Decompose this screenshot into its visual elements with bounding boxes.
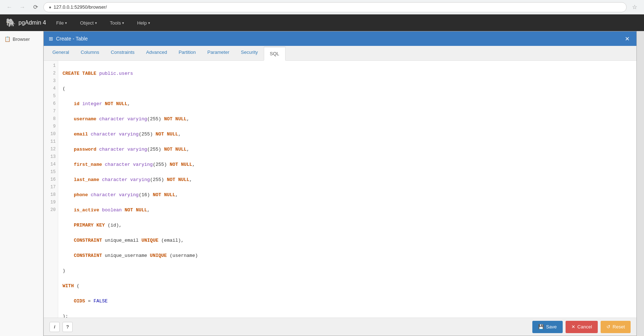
main-layout: 📋 Browser ⊞ Create - Table ✕ General Col… [0,31,644,336]
sidebar: 📋 Browser [0,31,43,336]
tab-partition[interactable]: Partition [173,46,202,61]
line-numbers: 12345 678910 1112131415 1617181920 [44,61,58,318]
pgadmin-title: pgAdmin 4 [18,20,46,26]
tabs-bar: General Columns Constraints Advanced Par… [44,46,636,61]
elephant-icon: 🐘 [6,18,16,27]
reload-button[interactable]: ⟳ [30,2,40,12]
address-bar[interactable]: ● 127.0.0.1:52950/browser/ [43,2,627,12]
chevron-down-icon: ▾ [95,21,97,25]
chevron-down-icon: ▾ [122,21,124,25]
info-button[interactable]: i [50,322,60,332]
pgadmin-menubar: 🐘 pgAdmin 4 File ▾ Object ▾ Tools ▾ Help… [0,14,644,31]
dialog-footer: i ? 💾 Save ✕ Cancel ↺ Reset [44,318,636,336]
menu-object[interactable]: Object ▾ [77,19,100,27]
dialog-close-button[interactable]: ✕ [623,34,631,43]
sidebar-header: 📋 Browser [0,34,43,44]
save-button[interactable]: 💾 Save [532,321,563,333]
table-icon: ⊞ [49,36,53,42]
browser-chrome-bar: ← → ⟳ ● 127.0.0.1:52950/browser/ ☆ [0,0,644,14]
help-button[interactable]: ? [63,322,73,332]
reset-icon: ↺ [606,324,610,329]
sidebar-label: Browser [13,36,30,42]
create-table-dialog: ⊞ Create - Table ✕ General Columns Const… [43,31,637,336]
code-content: CREATE TABLE public.users ( id integer N… [58,61,636,318]
dialog-header: ⊞ Create - Table ✕ [44,31,636,46]
menu-file[interactable]: File ▾ [53,19,70,27]
tab-constraints[interactable]: Constraints [105,46,141,61]
cancel-button[interactable]: ✕ Cancel [566,321,598,333]
tab-columns[interactable]: Columns [75,46,105,61]
menu-tools[interactable]: Tools ▾ [107,19,127,27]
tab-advanced[interactable]: Advanced [140,46,173,61]
chevron-down-icon: ▾ [148,21,150,25]
menu-help[interactable]: Help ▾ [134,19,153,27]
dialog-title: Create - Table [56,36,620,42]
tab-security[interactable]: Security [235,46,264,61]
save-icon: 💾 [538,324,544,329]
browser-icon: 📋 [4,36,10,42]
tab-sql[interactable]: SQL [264,47,285,61]
tab-general[interactable]: General [47,46,75,61]
forward-button[interactable]: → [17,2,27,12]
reset-button[interactable]: ↺ Reset [601,321,631,333]
bookmark-button[interactable]: ☆ [630,2,640,12]
sql-editor[interactable]: 12345 678910 1112131415 1617181920 CREAT… [44,61,636,318]
url-text: 127.0.0.1:52950/browser/ [53,4,107,10]
pgadmin-logo: 🐘 pgAdmin 4 [6,18,46,27]
chevron-down-icon: ▾ [65,21,67,25]
sql-editor-inner: 12345 678910 1112131415 1617181920 CREAT… [44,61,636,318]
lock-icon: ● [49,5,51,10]
tab-parameter[interactable]: Parameter [202,46,235,61]
cancel-icon: ✕ [571,324,575,329]
back-button[interactable]: ← [4,2,14,12]
dialog-overlay: ⊞ Create - Table ✕ General Columns Const… [43,31,644,336]
